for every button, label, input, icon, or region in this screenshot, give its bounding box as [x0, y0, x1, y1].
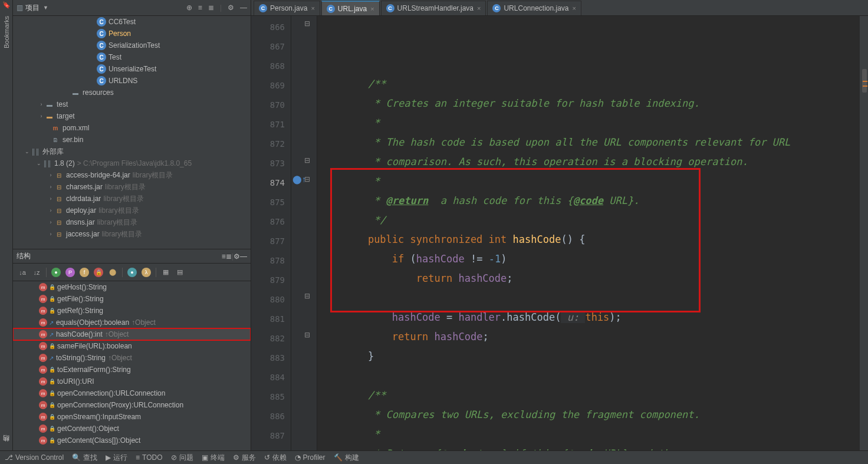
tree-item[interactable]: CURLDNS: [13, 75, 251, 87]
statusbar-item[interactable]: ▶运行: [106, 453, 127, 463]
line-number[interactable]: 868: [251, 56, 291, 75]
structure-item[interactable]: m🔒getHost(): String: [13, 281, 251, 293]
structure-item[interactable]: m🔒toExternalForm(): String: [13, 364, 251, 376]
tree-item[interactable]: ▬resources: [13, 87, 251, 98]
statusbar-item[interactable]: ⎇Version Control: [5, 453, 64, 462]
collapse-icon[interactable]: ≣: [208, 4, 214, 12]
editor-scrollbar[interactable]: [860, 16, 868, 450]
line-number[interactable]: 879: [251, 270, 291, 289]
line-number[interactable]: 888: [251, 445, 291, 450]
line-number[interactable]: 874: [251, 173, 291, 192]
line-number[interactable]: 875: [251, 192, 291, 212]
structure-list[interactable]: m🔒getHost(): Stringm🔒getFile(): Stringm🔒…: [13, 281, 251, 450]
line-number[interactable]: 883: [251, 348, 291, 367]
tree-item[interactable]: CTest: [13, 51, 251, 63]
structure-item[interactable]: m🔒toURI(): URI: [13, 376, 251, 387]
line-number-gutter[interactable]: 8668678688698708718728738748758768778788…: [251, 16, 291, 450]
target-icon[interactable]: ⊕: [186, 4, 192, 12]
tree-item[interactable]: ⌄║║1.8 (2)> C:\Program Files\Java\jdk1.8…: [13, 157, 251, 169]
project-tree[interactable]: CCC6TestCPersonCSerializationTestCTestCU…: [13, 16, 251, 249]
line-number[interactable]: 880: [251, 289, 291, 309]
code-line[interactable]: * Returns {@code true} if this {@code UR…: [320, 444, 860, 450]
code-line[interactable]: *: [320, 172, 860, 191]
filter-purple-icon[interactable]: P: [65, 268, 75, 277]
statusbar-item[interactable]: ▣终端: [202, 453, 225, 463]
expand-icon[interactable]: ≡: [198, 4, 202, 12]
structure-item[interactable]: m↗hashCode(): int↑Object: [13, 328, 251, 340]
code-line[interactable]: * Compares two URLs, excluding the fragm…: [320, 405, 860, 424]
editor-tab[interactable]: CURLStreamHandler.java×: [381, 1, 486, 15]
layout-icon[interactable]: ▦: [161, 268, 170, 277]
close-icon[interactable]: ×: [573, 5, 576, 12]
structure-item[interactable]: m🔒openStream(): InputStream: [13, 411, 251, 423]
code-line[interactable]: *: [320, 113, 860, 133]
tree-item[interactable]: ›▬test: [13, 98, 251, 110]
structure-item[interactable]: m🔒getRef(): String: [13, 305, 251, 317]
line-number[interactable]: 882: [251, 328, 291, 348]
collapse-icon[interactable]: ≡: [222, 252, 226, 261]
structure-item[interactable]: m🔒getContent(Class[]): Object: [13, 435, 251, 446]
tree-item[interactable]: CPerson: [13, 28, 251, 40]
close-icon[interactable]: ×: [311, 5, 314, 12]
minimize-icon[interactable]: —: [240, 252, 247, 261]
tree-item[interactable]: ›▬target: [13, 110, 251, 122]
close-icon[interactable]: ×: [477, 5, 481, 12]
fold-minus-icon[interactable]: ⊟: [304, 19, 310, 28]
filter-field-icon[interactable]: f: [80, 268, 89, 277]
line-number[interactable]: 867: [251, 37, 291, 56]
statusbar-item[interactable]: ⚙服务: [233, 453, 256, 463]
code-line[interactable]: return hashCode;: [320, 269, 860, 288]
statusbar-item[interactable]: ◔Profiler: [295, 453, 326, 462]
filter-misc-icon[interactable]: ⬤: [108, 268, 117, 277]
statusbar-item[interactable]: ⊘问题: [171, 453, 193, 463]
line-number[interactable]: 886: [251, 406, 291, 426]
tree-item[interactable]: CCC6Test: [13, 16, 251, 28]
tree-item[interactable]: ⌄║║外部库: [13, 146, 251, 157]
tree-item[interactable]: ›⊟access-bridge-64.jarlibrary根目录: [13, 169, 251, 181]
sort-az-icon[interactable]: ↓a: [18, 268, 27, 277]
editor-body[interactable]: 8668678688698708718728738748758768778788…: [251, 16, 868, 450]
line-number[interactable]: 876: [251, 212, 291, 231]
line-number[interactable]: 885: [251, 387, 291, 406]
filter-green-icon[interactable]: ●: [51, 268, 61, 277]
filter-teal-icon[interactable]: ●: [127, 268, 137, 277]
chevron-down-icon[interactable]: ▼: [43, 5, 48, 11]
statusbar-item[interactable]: ≡TODO: [136, 453, 162, 462]
code-line[interactable]: /**: [320, 74, 860, 94]
code-line[interactable]: [320, 366, 860, 386]
line-number[interactable]: 866: [251, 17, 291, 37]
vtab-structure[interactable]: 结构: [1, 443, 12, 450]
fold-plus-icon[interactable]: ⊟: [304, 156, 310, 164]
tree-item[interactable]: 🗎ser.bin: [13, 134, 251, 146]
tree-item[interactable]: ›⊟jaccess.jarlibrary根目录: [13, 228, 251, 240]
code-area[interactable]: /** * Creates an integer suitable for ha…: [317, 16, 860, 450]
line-number[interactable]: 871: [251, 114, 291, 134]
fold-minus-icon[interactable]: ⊟: [304, 331, 310, 339]
fold-minus-icon[interactable]: ⊟: [304, 175, 310, 183]
gear-icon[interactable]: ⚙: [234, 252, 240, 261]
filter-lambda-icon[interactable]: λ: [142, 268, 151, 277]
vtab-bookmarks[interactable]: Bookmarks: [2, 12, 11, 52]
structure-item[interactable]: m↗equals(Object): boolean↑Object: [13, 317, 251, 328]
statusbar-item[interactable]: 🔨构建: [334, 453, 359, 463]
sort-za-icon[interactable]: ↓z: [32, 268, 41, 277]
marker-icon[interactable]: [863, 81, 867, 82]
editor-tab[interactable]: CURL.java×: [321, 1, 380, 15]
structure-item[interactable]: m↗toString(): String↑Object: [13, 352, 251, 364]
line-number[interactable]: 884: [251, 367, 291, 387]
marker-icon[interactable]: [863, 85, 867, 87]
gear-icon[interactable]: ⚙: [228, 4, 234, 12]
tree-item[interactable]: mpom.xml: [13, 122, 251, 134]
editor-tab[interactable]: CPerson.java×: [254, 1, 320, 15]
tree-item[interactable]: ›⊟deploy.jarlibrary根目录: [13, 205, 251, 216]
structure-item[interactable]: m🔒getFile(): String: [13, 293, 251, 305]
line-number[interactable]: 870: [251, 95, 291, 114]
code-line[interactable]: * @return a hash code for this {@code UR…: [320, 191, 860, 210]
line-number[interactable]: 869: [251, 75, 291, 95]
filter-lock-icon[interactable]: 🔒: [94, 268, 103, 277]
line-number[interactable]: 878: [251, 251, 291, 270]
code-line[interactable]: public synchronized int hashCode() {: [320, 230, 860, 249]
expand-icon[interactable]: ≣: [226, 252, 232, 261]
fold-plus-icon[interactable]: ⊟: [304, 292, 310, 300]
tree-item[interactable]: ›⊟charsets.jarlibrary根目录: [13, 181, 251, 193]
